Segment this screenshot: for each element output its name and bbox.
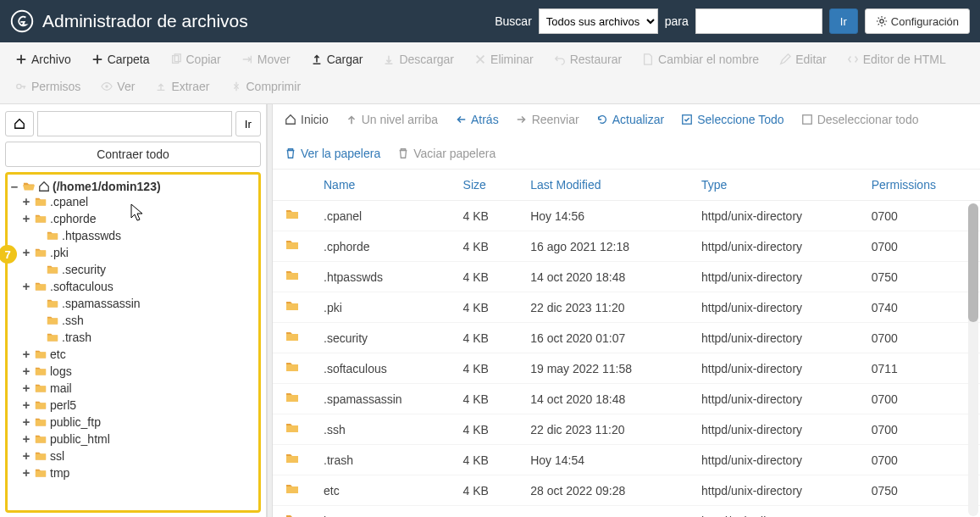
unselect-all-button[interactable]: Deseleccionar todo [798,111,922,128]
folder-icon [285,269,300,282]
tree-item[interactable]: .ssh [9,314,257,327]
cell-size: 4 KB [451,201,519,231]
compress-button[interactable]: Comprimir [222,75,310,98]
path-input[interactable] [37,111,232,136]
nav-forward-button[interactable]: Reenviar [512,111,583,128]
table-row[interactable]: .softaculous4 KB19 may 2022 11:58httpd/u… [273,353,980,384]
tree-item[interactable]: +mail [9,381,257,395]
view-trash-button[interactable]: Ver la papelera [281,145,384,162]
col-type[interactable]: Type [689,170,860,201]
cell-perm: 0700 [860,414,980,445]
folder-icon [285,513,300,517]
search-scope-select[interactable]: Todos sus archivos [539,8,658,34]
cell-modified: 14 oct 2020 18:48 [518,384,689,414]
collapse-all-button[interactable]: Contraer todo [5,142,261,167]
nav-home-button[interactable]: Inicio [281,111,332,128]
tree-item[interactable]: .trash [9,331,257,344]
cell-perm: 0711 [860,353,980,384]
file-button[interactable]: Archivo [7,47,80,71]
cell-modified: 22 nov 2023 09:47 [518,506,689,518]
view-button[interactable]: Ver [92,75,143,98]
settings-button[interactable]: Configuración [865,8,970,34]
cell-perm: 0750 [860,262,980,292]
cell-type: httpd/unix-directory [689,475,860,506]
permissions-button[interactable]: Permisos [7,75,89,98]
tree-item[interactable]: .security [9,263,257,276]
tree-item[interactable]: +tmp [9,466,257,480]
tree-item[interactable]: .htpasswds [9,229,257,242]
table-row[interactable]: .cphorde4 KB16 ago 2021 12:18httpd/unix-… [273,231,980,262]
table-row[interactable]: .pki4 KB22 dic 2023 11:20httpd/unix-dire… [273,292,980,323]
nav-up-button[interactable]: Un nivel arriba [342,111,441,128]
check-square-icon [681,114,693,125]
empty-trash-button[interactable]: Vaciar papelera [394,145,499,162]
tree-item[interactable]: +perl5 [9,398,257,412]
table-row[interactable]: logs4 KB22 nov 2023 09:47httpd/unix-dire… [273,506,980,518]
tree-item[interactable]: +.softaculous [9,280,257,293]
tree-item[interactable]: +public_ftp [9,415,257,429]
table-row[interactable]: .cpanel4 KBHoy 14:56httpd/unix-directory… [273,201,980,231]
upload-button[interactable]: Cargar [302,47,372,71]
folder-button[interactable]: Carpeta [83,47,158,71]
plus-icon [15,53,27,65]
delete-button[interactable]: Eliminar [466,47,542,71]
home-button[interactable] [5,111,34,136]
folder-icon [285,208,300,221]
table-row[interactable]: .spamassassin4 KB14 oct 2020 18:48httpd/… [273,384,980,414]
compress-icon [230,81,242,92]
tree-item-label: .cpanel [50,195,88,208]
restore-button[interactable]: Restaurar [545,47,630,71]
html-editor-button[interactable]: Editor de HTML [839,47,955,71]
table-row[interactable]: .ssh4 KB22 dic 2023 11:20httpd/unix-dire… [273,414,980,445]
rename-button[interactable]: Cambiar el nombre [634,47,767,71]
pencil-icon [779,53,791,65]
tree-item[interactable]: +.cphorde [9,212,257,225]
edit-button[interactable]: Editar [771,47,835,71]
folder-icon [285,421,300,435]
extract-button[interactable]: Extraer [147,75,218,98]
doc-icon [642,53,654,65]
select-all-button[interactable]: Seleccione Todo [678,111,787,128]
vertical-splitter[interactable] [267,104,273,517]
file-table-wrap: Name Size Last Modified Type Permissions… [273,170,980,517]
settings-label: Configuración [891,15,959,28]
tree-item[interactable]: +public_html [9,432,257,446]
tree-item[interactable]: +.pki [9,246,257,259]
cell-name: .cpanel [312,201,451,231]
gear-icon [876,15,888,27]
tree-item-label: .ssh [62,314,84,327]
copy-button[interactable]: Copiar [162,47,230,71]
download-button[interactable]: Descargar [374,47,462,71]
col-modified[interactable]: Last Modified [518,170,689,201]
nav-reload-button[interactable]: Actualizar [593,111,667,128]
tree-item[interactable]: .spamassassin [9,297,257,310]
tree-item[interactable]: +etc [9,347,257,361]
table-row[interactable]: .security4 KB16 oct 2020 01:07httpd/unix… [273,323,980,353]
cell-size: 4 KB [451,414,519,445]
table-row[interactable]: .trash4 KBHoy 14:54httpd/unix-directory0… [273,445,980,475]
tree-item[interactable]: +ssl [9,449,257,463]
arrow-left-icon [455,114,467,125]
tree-item-label: perl5 [50,398,76,412]
table-row[interactable]: .htpasswds4 KB14 oct 2020 18:48httpd/uni… [273,262,980,292]
folder-icon [46,230,59,242]
tree-root-label: (/home1/domin123) [53,180,161,193]
nav-back-button[interactable]: Atrás [451,111,502,128]
tree-item[interactable]: +logs [9,364,257,378]
tree-root[interactable]: −(/home1/domin123) [9,180,257,193]
cell-modified: 22 dic 2023 11:20 [518,414,689,445]
move-button[interactable]: Mover [233,47,299,71]
table-row[interactable]: etc4 KB28 oct 2022 09:28httpd/unix-direc… [273,475,980,506]
col-name[interactable]: Name [312,170,451,201]
scrollbar-thumb[interactable] [968,203,978,322]
cell-type: httpd/unix-directory [689,262,860,292]
undo-icon [554,53,566,65]
folder-icon [46,331,59,343]
tree-item-label: .pki [50,246,69,259]
path-go-button[interactable]: Ir [235,111,261,136]
tree-item[interactable]: +.cpanel [9,195,257,208]
search-go-button[interactable]: Ir [829,8,858,34]
col-size[interactable]: Size [451,170,519,201]
col-permissions[interactable]: Permissions [860,170,980,201]
search-input[interactable] [695,8,822,34]
